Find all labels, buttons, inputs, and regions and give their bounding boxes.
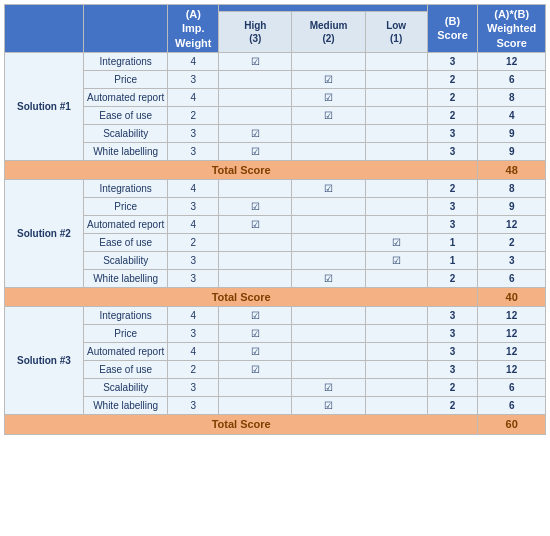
- low-cell: [365, 343, 427, 361]
- imp-weight-cell: 4: [168, 216, 219, 234]
- high-cell: [219, 180, 292, 198]
- score-cell: 2: [427, 180, 478, 198]
- total-score-value: 60: [478, 415, 546, 434]
- medium-cell: [292, 234, 365, 252]
- low-header: Low(1): [365, 11, 427, 52]
- solution-1-label: Solution #1: [5, 52, 84, 160]
- medium-cell: ☑: [292, 88, 365, 106]
- table-row: Scalability3☑39: [5, 124, 546, 142]
- medium-cell: [292, 198, 365, 216]
- score-cell: 2: [427, 70, 478, 88]
- requirement-cell: White labelling: [83, 397, 168, 415]
- requirement-cell: Scalability: [83, 379, 168, 397]
- score-cell: 2: [427, 379, 478, 397]
- medium-cell: [292, 124, 365, 142]
- total-score-label: Total Score: [5, 415, 478, 434]
- table-row: Automated report4☑312: [5, 343, 546, 361]
- table-row: White labelling3☑39: [5, 142, 546, 160]
- requirement-cell: Ease of use: [83, 234, 168, 252]
- high-cell: [219, 88, 292, 106]
- medium-cell: [292, 216, 365, 234]
- score-cell: 3: [427, 52, 478, 70]
- imp-weight-header: (A)Imp.Weight: [168, 5, 219, 53]
- main-container: (A)Imp.Weight (B)Score (A)*(B)WeightedSc…: [0, 0, 550, 439]
- high-cell: ☑: [219, 216, 292, 234]
- low-cell: [365, 52, 427, 70]
- total-score-value: 40: [478, 288, 546, 307]
- high-cell: [219, 379, 292, 397]
- high-cell: [219, 234, 292, 252]
- low-cell: [365, 325, 427, 343]
- high-cell: [219, 270, 292, 288]
- weighted-cell: 8: [478, 180, 546, 198]
- requirement-cell: White labelling: [83, 142, 168, 160]
- weighted-cell: 12: [478, 343, 546, 361]
- low-cell: ☑: [365, 252, 427, 270]
- weighted-cell: 12: [478, 216, 546, 234]
- high-cell: [219, 70, 292, 88]
- imp-weight-cell: 3: [168, 252, 219, 270]
- imp-weight-cell: 4: [168, 307, 219, 325]
- medium-cell: ☑: [292, 397, 365, 415]
- high-cell: ☑: [219, 52, 292, 70]
- table-row: Scalability3☑13: [5, 252, 546, 270]
- medium-cell: [292, 361, 365, 379]
- low-cell: [365, 379, 427, 397]
- weighted-cell: 9: [478, 124, 546, 142]
- high-header: High(3): [219, 11, 292, 52]
- imp-weight-cell: 4: [168, 88, 219, 106]
- high-cell: ☑: [219, 124, 292, 142]
- requirement-cell: Automated report: [83, 216, 168, 234]
- performance-header: [219, 5, 427, 12]
- score-cell: 2: [427, 106, 478, 124]
- table-row: White labelling3☑26: [5, 270, 546, 288]
- imp-weight-cell: 3: [168, 124, 219, 142]
- table-row: Solution #1Integrations4☑312: [5, 52, 546, 70]
- score-cell: 3: [427, 198, 478, 216]
- table-body: Solution #1Integrations4☑312Price3☑26Aut…: [5, 52, 546, 434]
- table-row: Automated report4☑28: [5, 88, 546, 106]
- weighted-cell: 6: [478, 70, 546, 88]
- low-cell: [365, 216, 427, 234]
- requirement-cell: Price: [83, 325, 168, 343]
- score-cell: 2: [427, 397, 478, 415]
- total-row-solution-1: Total Score48: [5, 160, 546, 179]
- imp-weight-cell: 3: [168, 379, 219, 397]
- weighted-cell: 2: [478, 234, 546, 252]
- requirement-cell: Price: [83, 70, 168, 88]
- weighted-cell: 9: [478, 142, 546, 160]
- imp-weight-cell: 3: [168, 270, 219, 288]
- medium-cell: ☑: [292, 270, 365, 288]
- low-cell: [365, 88, 427, 106]
- weighted-cell: 12: [478, 361, 546, 379]
- imp-weight-cell: 4: [168, 343, 219, 361]
- requirement-cell: Price: [83, 198, 168, 216]
- imp-weight-cell: 2: [168, 106, 219, 124]
- weighted-cell: 3: [478, 252, 546, 270]
- imp-weight-cell: 4: [168, 180, 219, 198]
- requirement-cell: Ease of use: [83, 361, 168, 379]
- requirement-cell: Scalability: [83, 124, 168, 142]
- low-cell: ☑: [365, 234, 427, 252]
- score-cell: 2: [427, 270, 478, 288]
- medium-cell: [292, 307, 365, 325]
- table-row: Price3☑39: [5, 198, 546, 216]
- requirement-header: [83, 5, 168, 53]
- imp-weight-cell: 3: [168, 198, 219, 216]
- table-row: Ease of use2☑24: [5, 106, 546, 124]
- table-row: White labelling3☑26: [5, 397, 546, 415]
- requirement-cell: Integrations: [83, 52, 168, 70]
- table-row: Solution #3Integrations4☑312: [5, 307, 546, 325]
- total-score-label: Total Score: [5, 160, 478, 179]
- high-cell: [219, 252, 292, 270]
- weighted-cell: 6: [478, 270, 546, 288]
- weighted-cell: 9: [478, 198, 546, 216]
- weighted-cell: 6: [478, 379, 546, 397]
- high-cell: ☑: [219, 307, 292, 325]
- scoring-table: (A)Imp.Weight (B)Score (A)*(B)WeightedSc…: [4, 4, 546, 435]
- solution-2-label: Solution #2: [5, 180, 84, 288]
- requirement-cell: Automated report: [83, 88, 168, 106]
- table-row: Price3☑312: [5, 325, 546, 343]
- imp-weight-cell: 2: [168, 234, 219, 252]
- table-row: Scalability3☑26: [5, 379, 546, 397]
